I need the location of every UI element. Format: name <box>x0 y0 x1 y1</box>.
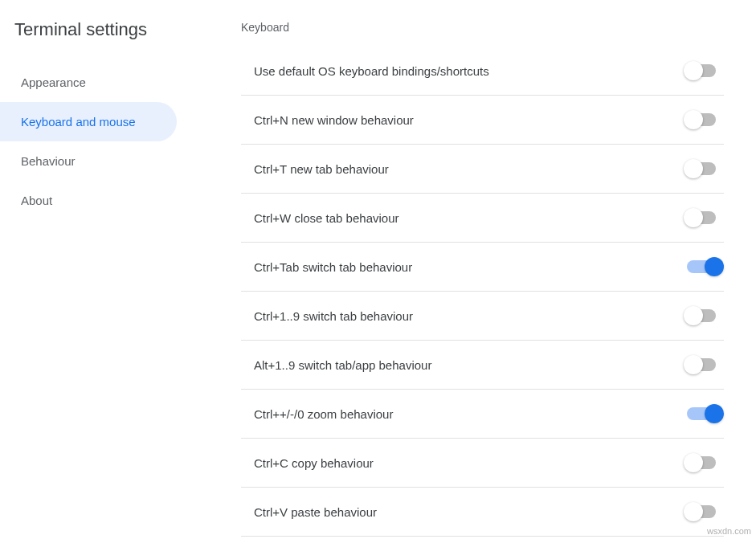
toggle-ctrl-w[interactable] <box>684 208 724 227</box>
toggle-thumb <box>684 355 703 374</box>
toggle-thumb <box>705 257 724 276</box>
toggle-thumb <box>684 502 703 521</box>
setting-label: Ctrl+V paste behaviour <box>254 505 377 519</box>
setting-row-ctrl-tab: Ctrl+Tab switch tab behaviour <box>241 243 724 292</box>
setting-row-ctrl-zoom: Ctrl++/-/0 zoom behaviour <box>241 390 724 439</box>
toggle-thumb <box>684 61 703 80</box>
sidebar-item-label: Behaviour <box>21 154 76 168</box>
setting-row-ctrl-w: Ctrl+W close tab behaviour <box>241 194 724 243</box>
page-title: Terminal settings <box>0 19 201 63</box>
toggle-ctrl-n[interactable] <box>684 110 724 129</box>
setting-label: Ctrl+1..9 switch tab behaviour <box>254 309 413 323</box>
toggle-thumb <box>684 159 703 178</box>
setting-row-ctrl-1-9: Ctrl+1..9 switch tab behaviour <box>241 292 724 341</box>
toggle-thumb <box>684 306 703 325</box>
section-header: Keyboard <box>241 21 724 34</box>
toggle-ctrl-1-9[interactable] <box>684 306 724 325</box>
toggle-ctrl-t[interactable] <box>684 159 724 178</box>
toggle-ctrl-zoom[interactable] <box>684 404 724 423</box>
setting-label: Alt+1..9 switch tab/app behaviour <box>254 358 431 372</box>
setting-label: Ctrl+W close tab behaviour <box>254 211 399 225</box>
setting-row-default-os-bindings: Use default OS keyboard bindings/shortcu… <box>241 47 724 96</box>
setting-row-ctrl-t: Ctrl+T new tab behaviour <box>241 145 724 194</box>
setting-row-ctrl-c: Ctrl+C copy behaviour <box>241 439 724 488</box>
setting-row-alt-1-9: Alt+1..9 switch tab/app behaviour <box>241 341 724 390</box>
setting-label: Ctrl+C copy behaviour <box>254 456 374 470</box>
toggle-ctrl-tab[interactable] <box>684 257 724 276</box>
setting-row-ctrl-v: Ctrl+V paste behaviour <box>241 488 724 537</box>
setting-label: Ctrl+N new window behaviour <box>254 113 414 127</box>
toggle-ctrl-c[interactable] <box>684 453 724 472</box>
sidebar-item-about[interactable]: About <box>0 181 177 220</box>
toggle-alt-1-9[interactable] <box>684 355 724 374</box>
setting-row-ctrl-n: Ctrl+N new window behaviour <box>241 96 724 145</box>
sidebar-item-label: About <box>21 194 52 207</box>
sidebar-item-label: Keyboard and mouse <box>21 115 136 129</box>
toggle-thumb <box>705 404 724 423</box>
main-content: Keyboard Use default OS keyboard binding… <box>201 0 756 539</box>
setting-label: Ctrl+Tab switch tab behaviour <box>254 260 412 274</box>
sidebar-nav: Appearance Keyboard and mouse Behaviour … <box>0 63 201 220</box>
toggle-thumb <box>684 110 703 129</box>
toggle-thumb <box>684 453 703 472</box>
settings-container: Terminal settings Appearance Keyboard an… <box>0 0 756 539</box>
toggle-thumb <box>684 208 703 227</box>
sidebar: Terminal settings Appearance Keyboard an… <box>0 0 201 539</box>
setting-label: Ctrl+T new tab behaviour <box>254 162 389 176</box>
toggle-ctrl-v[interactable] <box>684 502 724 521</box>
setting-label: Use default OS keyboard bindings/shortcu… <box>254 64 489 78</box>
watermark: wsxdn.com <box>707 526 751 536</box>
toggle-default-os-bindings[interactable] <box>684 61 724 80</box>
sidebar-item-appearance[interactable]: Appearance <box>0 63 177 102</box>
setting-label: Ctrl++/-/0 zoom behaviour <box>254 407 393 421</box>
sidebar-item-label: Appearance <box>21 76 86 89</box>
sidebar-item-behaviour[interactable]: Behaviour <box>0 141 177 181</box>
sidebar-item-keyboard-and-mouse[interactable]: Keyboard and mouse <box>0 102 177 141</box>
